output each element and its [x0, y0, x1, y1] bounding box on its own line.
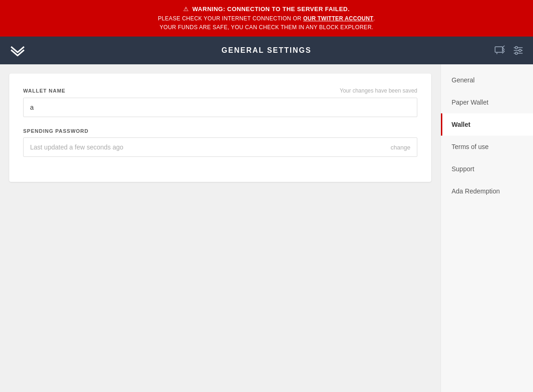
navbar-icons [494, 45, 524, 56]
sidebar-item-general[interactable]: General [441, 69, 533, 91]
navbar: GENERAL SETTINGS [0, 37, 533, 64]
spending-password-section: SPENDING PASSWORD Last updated a few sec… [23, 128, 417, 157]
change-password-link[interactable]: change [390, 144, 410, 151]
spending-password-field: Last updated a few seconds ago change [23, 137, 417, 157]
warning-line2: PLEASE CHECK YOUR INTERNET CONNECTION OR… [9, 14, 524, 23]
wallet-name-section: WALLET NAME Your changes have been saved [23, 87, 417, 117]
sidebar: General Paper Wallet Wallet Terms of use… [440, 64, 533, 392]
warning-title: WARNING: CONNECTION TO THE SERVER FAILED… [192, 6, 350, 12]
sidebar-item-paper-wallet[interactable]: Paper Wallet [441, 91, 533, 113]
warning-banner: ⚠ WARNING: CONNECTION TO THE SERVER FAIL… [0, 0, 533, 37]
svg-point-6 [515, 52, 518, 55]
svg-point-4 [515, 47, 518, 49]
spending-password-hint: Last updated a few seconds ago [30, 143, 124, 151]
send-receive-icon[interactable] [494, 45, 505, 56]
warning-icon: ⚠ [183, 6, 189, 12]
svg-rect-0 [495, 47, 502, 52]
warning-line3: YOUR FUNDS ARE SAFE, YOU CAN CHECK THEM … [9, 23, 524, 32]
logo-icon [9, 42, 26, 59]
sidebar-item-ada-redemption[interactable]: Ada Redemption [441, 180, 533, 202]
settings-icon[interactable] [513, 45, 524, 56]
page-title: GENERAL SETTINGS [222, 46, 311, 55]
svg-point-5 [519, 50, 521, 52]
sidebar-item-wallet[interactable]: Wallet [441, 113, 533, 136]
wallet-name-input[interactable] [23, 98, 417, 117]
sidebar-item-support[interactable]: Support [441, 158, 533, 180]
twitter-link[interactable]: OUR TWITTER ACCOUNT [303, 15, 373, 22]
settings-card: WALLET NAME Your changes have been saved… [9, 74, 431, 182]
spending-password-label: SPENDING PASSWORD [23, 128, 417, 134]
wallet-name-label: WALLET NAME Your changes have been saved [23, 87, 417, 94]
content-area: WALLET NAME Your changes have been saved… [0, 64, 440, 392]
saved-message: Your changes have been saved [340, 87, 417, 94]
sidebar-item-terms-of-use[interactable]: Terms of use [441, 136, 533, 158]
warning-prefix: PLEASE CHECK YOUR INTERNET CONNECTION OR [158, 15, 303, 22]
main-container: WALLET NAME Your changes have been saved… [0, 64, 533, 392]
logo[interactable] [9, 42, 26, 59]
